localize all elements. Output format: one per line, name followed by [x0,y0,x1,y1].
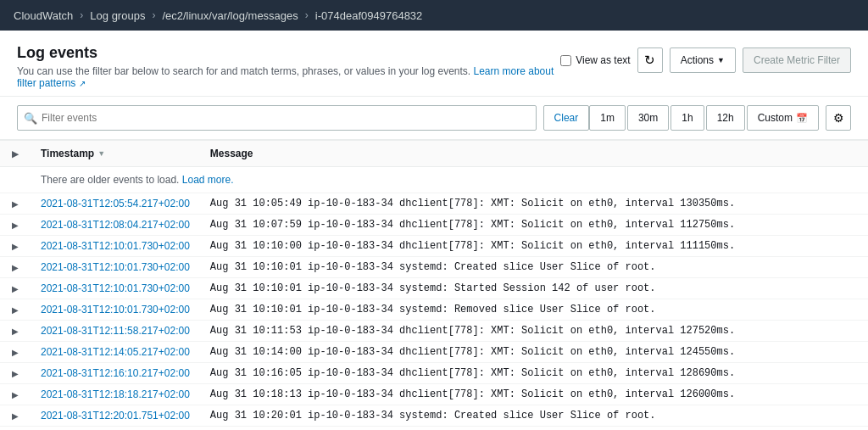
breadcrumb-log-stream[interactable]: i-074deaf0949764832 [315,9,423,22]
row-expand-cell: ▶ [0,405,31,427]
col-timestamp[interactable]: Timestamp ▼ [31,141,200,167]
row-message: Aug 31 10:10:00 ip-10-0-183-34 dhclient[… [200,236,868,257]
expand-arrow[interactable]: ▶ [10,221,20,230]
time-12h-button[interactable]: 12h [706,105,745,131]
table-row: ▶2021-08-31T12:20:01.751+02:00Aug 31 10:… [0,405,868,427]
row-timestamp[interactable]: 2021-08-31T12:20:01.751+02:00 [31,427,200,431]
time-30m-button[interactable]: 30m [627,105,669,131]
refresh-icon: ↻ [644,53,655,68]
log-events-table-wrapper: ▶ Timestamp ▼ Message [0,140,868,430]
refresh-button[interactable]: ↻ [637,47,663,73]
view-as-text-label[interactable]: View as text [560,54,630,66]
breadcrumb-cloudwatch[interactable]: CloudWatch [14,9,73,22]
search-container: 🔍 [17,105,537,131]
row-expand-cell: ▶ [0,299,31,321]
row-message: Aug 31 10:18:13 ip-10-0-183-34 dhclient[… [200,384,868,405]
row-timestamp[interactable]: 2021-08-31T12:16:10.217+02:00 [31,363,200,384]
row-timestamp[interactable]: 2021-08-31T12:10:01.730+02:00 [31,257,200,278]
expand-arrow[interactable]: ▶ [10,305,20,315]
view-as-text-checkbox[interactable] [560,55,571,66]
expand-arrow[interactable]: ▶ [10,263,20,272]
row-timestamp[interactable]: 2021-08-31T12:10:01.730+02:00 [31,236,200,257]
breadcrumb-log-groups[interactable]: Log groups [90,9,145,22]
time-buttons-group: 1m 30m 1h 12h Custom 📅 [589,105,819,131]
row-message: Aug 31 10:16:05 ip-10-0-183-34 dhclient[… [200,363,868,384]
row-timestamp[interactable]: 2021-08-31T12:20:01.751+02:00 [31,405,200,427]
load-older-row: There are older events to load. Load mor… [0,167,868,193]
expand-arrow[interactable]: ▶ [10,369,20,378]
row-message: Aug 31 10:20:01 ip-10-0-183-34 systemd: … [200,427,868,431]
row-message: Aug 31 10:20:01 ip-10-0-183-34 systemd: … [200,405,868,427]
table-row: ▶2021-08-31T12:16:10.217+02:00Aug 31 10:… [0,363,868,384]
expand-arrow[interactable]: ▶ [10,327,20,336]
create-metric-filter-button: Create Metric Filter [743,47,851,73]
log-table-body: There are older events to load. Load mor… [0,167,868,431]
row-expand-cell: ▶ [0,193,31,215]
external-link-icon: ↗ [79,79,86,88]
row-timestamp[interactable]: 2021-08-31T12:18:18.217+02:00 [31,384,200,405]
page-subtitle: You can use the filter bar below to sear… [17,65,560,89]
row-message: Aug 31 10:14:00 ip-10-0-183-34 dhclient[… [200,342,868,363]
row-message: Aug 31 10:11:53 ip-10-0-183-34 dhclient[… [200,321,868,342]
sort-icon-timestamp: ▼ [97,149,105,158]
settings-button[interactable]: ⚙ [826,105,851,131]
table-row: ▶2021-08-31T12:10:01.730+02:00Aug 31 10:… [0,236,868,257]
row-message: Aug 31 10:10:01 ip-10-0-183-34 systemd: … [200,299,868,321]
row-message: Aug 31 10:07:59 ip-10-0-183-34 dhclient[… [200,215,868,236]
load-older-expand-cell [0,167,31,193]
row-message: Aug 31 10:05:49 ip-10-0-183-34 dhclient[… [200,193,868,215]
col-message: Message [200,141,868,167]
row-expand-cell: ▶ [0,215,31,236]
row-expand-cell: ▶ [0,384,31,405]
row-message: Aug 31 10:10:01 ip-10-0-183-34 systemd: … [200,257,868,278]
page-title: Log events [17,44,560,62]
toolbar-right: 1m 30m 1h 12h Custom 📅 ⚙ [589,105,851,131]
top-nav: CloudWatch › Log groups › /ec2/linux/var… [0,0,868,31]
row-timestamp[interactable]: 2021-08-31T12:10:01.730+02:00 [31,278,200,299]
load-more-link[interactable]: Load more. [182,174,234,186]
row-expand-cell: ▶ [0,236,31,257]
row-expand-cell: ▶ [0,278,31,299]
row-expand-cell: ▶ [0,321,31,342]
search-input[interactable] [17,105,537,131]
row-timestamp[interactable]: 2021-08-31T12:11:58.217+02:00 [31,321,200,342]
table-row: ▶2021-08-31T12:18:18.217+02:00Aug 31 10:… [0,384,868,405]
row-expand-cell: ▶ [0,257,31,278]
table-row: ▶2021-08-31T12:10:01.730+02:00Aug 31 10:… [0,278,868,299]
expand-arrow[interactable]: ▶ [10,242,20,251]
row-expand-cell: ▶ [0,427,31,431]
row-timestamp[interactable]: 2021-08-31T12:10:01.730+02:00 [31,299,200,321]
time-1h-button[interactable]: 1h [670,105,704,131]
breadcrumb-log-group-name[interactable]: /ec2/linux/var/log/messages [162,9,298,22]
filter-toolbar: 🔍 Clear 1m 30m 1h 12h Custom 📅 ⚙ [0,97,868,140]
table-row: ▶2021-08-31T12:05:54.217+02:00Aug 31 10:… [0,193,868,215]
table-row: ▶2021-08-31T12:14:05.217+02:00Aug 31 10:… [0,342,868,363]
search-icon: 🔍 [24,112,37,125]
time-1m-button[interactable]: 1m [589,105,626,131]
breadcrumb-sep-2: › [152,9,155,21]
gear-icon: ⚙ [833,111,844,125]
calendar-icon: 📅 [796,113,808,124]
row-timestamp[interactable]: 2021-08-31T12:14:05.217+02:00 [31,342,200,363]
expand-arrow[interactable]: ▶ [10,411,20,421]
expand-arrow[interactable]: ▶ [10,390,20,399]
main-content: Log events You can use the filter bar be… [0,31,868,430]
row-expand-cell: ▶ [0,363,31,384]
actions-button[interactable]: Actions ▼ [670,47,736,73]
table-row: ▶2021-08-31T12:10:01.730+02:00Aug 31 10:… [0,257,868,278]
log-events-table: ▶ Timestamp ▼ Message [0,140,868,430]
expand-arrow[interactable]: ▶ [10,348,20,357]
row-timestamp[interactable]: 2021-08-31T12:08:04.217+02:00 [31,215,200,236]
expand-arrow[interactable]: ▶ [10,284,20,293]
table-row: ▶2021-08-31T12:08:04.217+02:00Aug 31 10:… [0,215,868,236]
time-custom-button[interactable]: Custom 📅 [747,105,819,131]
clear-button[interactable]: Clear [543,105,590,131]
row-message: Aug 31 10:10:01 ip-10-0-183-34 systemd: … [200,278,868,299]
table-header-row: ▶ Timestamp ▼ Message [0,141,868,167]
col-expand: ▶ [0,141,31,167]
header-expand-arrow[interactable]: ▶ [10,149,20,159]
row-timestamp[interactable]: 2021-08-31T12:05:54.217+02:00 [31,193,200,215]
expand-arrow[interactable]: ▶ [10,199,20,209]
breadcrumb-sep-1: › [80,9,83,21]
table-row: ▶2021-08-31T12:20:01.751+02:00Aug 31 10:… [0,427,868,431]
